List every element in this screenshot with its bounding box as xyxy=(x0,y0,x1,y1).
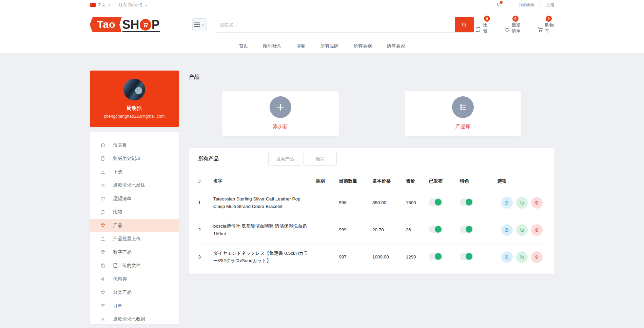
logout-link[interactable]: 注销 xyxy=(541,2,554,8)
product-library-label: 产品库 xyxy=(455,123,471,130)
sidebar-item-label: 已上传的文件 xyxy=(113,263,141,269)
confirm-button[interactable]: 确定 xyxy=(304,152,337,166)
product-name: boscia博倩叶 氨基酸洁面啫喱 清洁保湿洗面奶 150ml xyxy=(213,216,316,244)
product-search-input[interactable] xyxy=(268,152,302,166)
page-title: 产品 xyxy=(189,74,554,80)
sidebar-item-coupons[interactable]: 优惠券 xyxy=(90,272,179,286)
sidebar-item-classified-products[interactable]: 分类产品 xyxy=(90,286,179,300)
sidebar-item-products[interactable]: 产品 xyxy=(90,219,179,232)
currency-selector[interactable]: U.S. Dollar $ xyxy=(119,3,147,7)
copy-icon xyxy=(519,227,524,232)
toggle-knob xyxy=(466,253,472,260)
sidebar-item-uploaded-files[interactable]: 已上传的文件 xyxy=(90,259,179,273)
product-category xyxy=(316,189,339,216)
sidebar: 周明浩 zhengchenghao223@gmail.com 仪表板购买历史记录… xyxy=(90,71,179,324)
sidebar-item-label: 退款请求已收到 xyxy=(113,316,145,322)
avatar xyxy=(123,79,145,100)
chevron-down-icon xyxy=(108,4,111,6)
china-flag-icon xyxy=(90,3,96,7)
currency-label: U.S. Dollar $ xyxy=(119,3,142,7)
panel-title: 所有产品 xyxy=(198,156,219,162)
edit-button[interactable] xyxy=(501,197,513,209)
product-library-card[interactable]: 产品库 xyxy=(405,91,521,136)
compare-sync-icon xyxy=(474,25,482,34)
sidebar-item-label: 产品批量上传 xyxy=(113,236,141,242)
base-price: 850.00 xyxy=(372,189,406,216)
published-toggle[interactable] xyxy=(429,253,443,260)
sidebar-item-refund-requests-received[interactable]: 退款请求已收到 xyxy=(90,313,179,324)
nav-link-all-categories[interactable]: 所有类别 xyxy=(354,43,372,49)
rewind-icon xyxy=(100,182,106,188)
categories-menu-button[interactable] xyxy=(192,18,207,31)
featured-toggle[interactable] xyxy=(460,226,473,233)
featured-toggle[interactable] xyxy=(460,253,473,260)
rewind-icon xyxy=(100,316,106,322)
copy-button[interactable] xyxy=(516,224,528,236)
nav-link-flash-deals[interactable]: 限时秒杀 xyxy=(263,43,281,49)
notifications-bell[interactable] xyxy=(496,2,508,8)
column-header-1: 名字 xyxy=(213,172,316,189)
row-number: 2 xyxy=(198,216,213,244)
toggle-knob xyxy=(435,253,442,260)
nav-link-home[interactable]: 首页 xyxy=(239,43,248,49)
logo-tao-banner: Tao xyxy=(90,17,122,32)
sidebar-item-refund-requests-sent[interactable]: 退款请求已发送 xyxy=(90,179,179,192)
edit-button[interactable] xyxy=(501,251,513,263)
sidebar-item-digital-products[interactable]: 数字产品 xyxy=(90,246,179,259)
product-category xyxy=(316,216,339,244)
heart-icon xyxy=(100,196,106,201)
product-name: Tateossian Sterling Silver Calf Leather … xyxy=(213,189,316,216)
sidebar-item-dashboard[interactable]: 仪表板 xyxy=(90,138,179,152)
sidebar-item-compare[interactable]: 比较 xyxy=(90,206,179,219)
copy-button[interactable] xyxy=(516,197,528,209)
site-logo[interactable]: Tao SH P xyxy=(90,17,160,32)
add-new-card[interactable]: 添加新 xyxy=(222,91,339,136)
published-toggle[interactable] xyxy=(429,198,443,206)
edit-icon xyxy=(504,200,509,205)
main-nav: 首页限时秒杀博客所有品牌所有类别所有卖家 xyxy=(0,39,644,53)
nav-link-all-brands[interactable]: 所有品牌 xyxy=(320,43,339,49)
delete-button[interactable] xyxy=(531,224,543,236)
nav-link-blog[interactable]: 博客 xyxy=(296,43,306,49)
logo-sh: SH xyxy=(122,19,139,31)
product-category xyxy=(316,244,339,271)
sidebar-item-product-bulk-upload[interactable]: 产品批量上传 xyxy=(90,232,179,246)
search-icon xyxy=(461,22,467,28)
wishlist-button[interactable]: 0 愿望清单 xyxy=(504,16,524,34)
trash-icon xyxy=(534,254,539,259)
compare-label: 比较 xyxy=(483,22,491,34)
sidebar-item-purchase-history[interactable]: 购买历史记录 xyxy=(90,152,179,166)
header: Tao SH P 0 比较 xyxy=(0,10,644,39)
wishlist-count-badge: 0 xyxy=(512,16,519,22)
copy-button[interactable] xyxy=(516,251,528,263)
cart-button[interactable]: 0 购物车 xyxy=(537,16,554,34)
language-selector[interactable]: 中文 xyxy=(90,2,111,8)
copy-icon xyxy=(519,254,524,259)
compare-button[interactable]: 0 比较 xyxy=(474,16,491,34)
sidebar-item-orders[interactable]: 订单 xyxy=(90,299,179,313)
my-panel-link[interactable]: 我的面板 xyxy=(513,2,541,8)
published-toggle[interactable] xyxy=(429,226,443,233)
edit-button[interactable] xyxy=(501,224,513,236)
table-row: 3 ダイヤモンドネックレス【鑑定書 0.5ct/Hカラー/SI2クラス/Good… xyxy=(198,244,545,271)
toggle-knob xyxy=(466,226,472,233)
upload-icon xyxy=(100,236,106,242)
nav-link-all-sellers[interactable]: 所有卖家 xyxy=(387,43,405,49)
sidebar-item-downloads[interactable]: 下载 xyxy=(90,165,179,179)
search-button[interactable] xyxy=(455,17,474,32)
featured-toggle[interactable] xyxy=(460,198,473,206)
current-quantity: 998 xyxy=(339,189,372,216)
copy-icon xyxy=(519,200,524,205)
delete-button[interactable] xyxy=(531,251,543,263)
heart-icon xyxy=(504,25,510,34)
delete-button[interactable] xyxy=(531,197,543,209)
column-header-2: 类别 xyxy=(316,172,339,189)
current-quantity: 997 xyxy=(339,244,372,271)
sale-price: 1290 xyxy=(406,244,429,271)
megaphone-icon xyxy=(100,276,106,282)
search-input[interactable] xyxy=(214,17,455,32)
compare-count-badge: 0 xyxy=(484,16,490,22)
table-row: 1 Tateossian Sterling Silver Calf Leathe… xyxy=(198,189,545,216)
sidebar-item-wishlist[interactable]: 愿望清单 xyxy=(90,192,179,206)
cash-icon xyxy=(100,303,106,309)
